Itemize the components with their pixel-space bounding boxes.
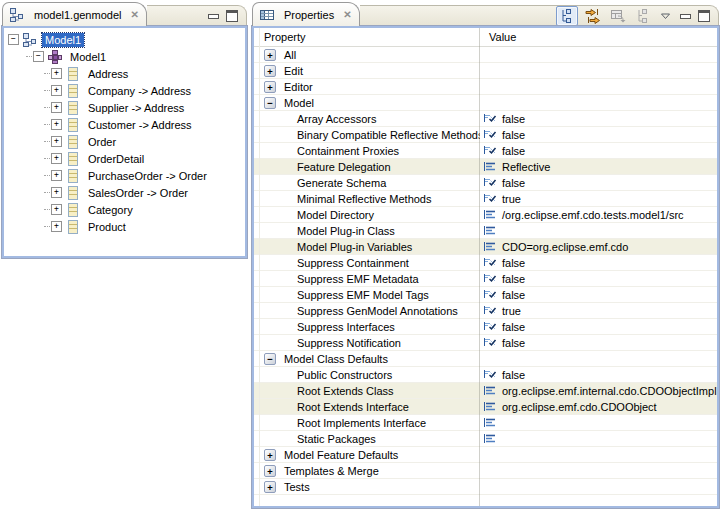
table-row[interactable]: Public Constructorsfalse (254, 367, 717, 383)
table-row[interactable]: Suppress EMF Metadatafalse (254, 271, 717, 287)
table-row[interactable]: +All (254, 47, 717, 63)
advanced-properties-icon[interactable] (583, 7, 603, 25)
tree-item-label[interactable]: Customer -> Address (85, 118, 195, 132)
tree-expand-toggle[interactable]: + (51, 170, 62, 181)
tree-item[interactable]: +Customer -> Address (4, 116, 245, 133)
tree-item-label[interactable]: Supplier -> Address (85, 101, 187, 115)
tree-item[interactable]: +Supplier -> Address (4, 99, 245, 116)
property-value-cell[interactable]: false (480, 319, 717, 334)
view-menu-icon[interactable] (660, 12, 671, 20)
property-value-cell[interactable]: false (480, 143, 717, 158)
categories-tree-icon[interactable] (556, 6, 578, 26)
table-row[interactable]: Containment Proxiesfalse (254, 143, 717, 159)
category-expand-toggle[interactable]: + (264, 465, 276, 477)
table-row[interactable]: −Model (254, 95, 717, 111)
property-value-cell[interactable]: Reflective (480, 159, 717, 174)
table-row[interactable]: Model Plug-in Class (254, 223, 717, 239)
minimize-icon[interactable] (678, 10, 692, 22)
tree-item-label[interactable]: Product (85, 220, 129, 234)
category-expand-toggle[interactable]: + (264, 65, 276, 77)
table-row[interactable]: +Templates & Merge (254, 463, 717, 479)
property-value-cell[interactable] (480, 79, 717, 94)
category-expand-toggle[interactable]: − (264, 97, 276, 109)
category-expand-toggle[interactable]: + (264, 49, 276, 61)
table-row[interactable]: Root Extends Classorg.eclipse.emf.intern… (254, 383, 717, 399)
tree-item-label[interactable]: Company -> Address (85, 84, 194, 98)
property-value-cell[interactable]: false (480, 287, 717, 302)
tree-expand-toggle[interactable]: + (51, 187, 62, 198)
property-value-cell[interactable] (480, 63, 717, 78)
table-row[interactable]: Static Packages (254, 431, 717, 447)
tree-item-label[interactable]: Address (85, 67, 131, 81)
property-value-cell[interactable]: false (480, 367, 717, 382)
category-expand-toggle[interactable]: − (264, 353, 276, 365)
property-value-cell[interactable]: org.eclipse.emf.internal.cdo.CDOObjectIm… (480, 383, 717, 398)
property-value-cell[interactable] (480, 223, 717, 238)
tree-expand-toggle[interactable]: + (51, 119, 62, 130)
table-row[interactable]: Suppress GenModel Annotationstrue (254, 303, 717, 319)
tree-item-label[interactable]: Category (85, 203, 136, 217)
category-expand-toggle[interactable]: + (264, 81, 276, 93)
maximize-icon[interactable] (225, 10, 239, 22)
table-row[interactable]: Array Accessorsfalse (254, 111, 717, 127)
table-row[interactable]: +Editor (254, 79, 717, 95)
tree-expand-toggle[interactable]: + (51, 221, 62, 232)
tree-item[interactable]: +Address (4, 65, 245, 82)
property-value-cell[interactable]: true (480, 191, 717, 206)
tree-expand-toggle[interactable]: + (51, 102, 62, 113)
tree-item[interactable]: +PurchaseOrder -> Order (4, 167, 245, 184)
property-value-cell[interactable] (480, 95, 717, 110)
table-row[interactable]: +Tests (254, 479, 717, 495)
tree-item[interactable]: +Category (4, 201, 245, 218)
maximize-icon[interactable] (697, 10, 711, 22)
table-row[interactable]: +Model Feature Defaults (254, 447, 717, 463)
table-row[interactable]: Root Implements Interface (254, 415, 717, 431)
category-expand-toggle[interactable]: + (264, 449, 276, 461)
tree-item[interactable]: +Order (4, 133, 245, 150)
table-row[interactable]: Model Plug-in VariablesCDO=org.eclipse.e… (254, 239, 717, 255)
tree-item[interactable]: +Company -> Address (4, 82, 245, 99)
editor-tab-model1-genmodel[interactable]: model1.genmodel ✕ (2, 2, 147, 26)
property-value-cell[interactable] (480, 351, 717, 366)
table-row[interactable]: Suppress Containmentfalse (254, 255, 717, 271)
property-value-cell[interactable] (480, 447, 717, 462)
property-value-cell[interactable] (480, 431, 717, 446)
property-value-cell[interactable]: false (480, 335, 717, 350)
property-value-cell[interactable] (480, 479, 717, 494)
tree-item[interactable]: +SalesOrder -> Order (4, 184, 245, 201)
minimize-icon[interactable] (206, 10, 220, 22)
tree-item[interactable]: −Model1 (4, 48, 245, 65)
tree-item[interactable]: −Model1 (4, 31, 245, 48)
table-row[interactable]: Generate Schemafalse (254, 175, 717, 191)
tree-expand-toggle[interactable]: + (51, 136, 62, 147)
tree-expand-toggle[interactable]: + (51, 85, 62, 96)
properties-tab[interactable]: Properties ✕ (252, 2, 360, 26)
property-value-cell[interactable] (480, 463, 717, 478)
column-header-property[interactable]: Property (254, 31, 480, 43)
tree-item-label[interactable]: PurchaseOrder -> Order (85, 169, 210, 183)
property-value-cell[interactable]: true (480, 303, 717, 318)
property-value-cell[interactable]: org.eclipse.emf.cdo.CDOObject (480, 399, 717, 414)
close-icon[interactable]: ✕ (343, 9, 351, 20)
property-value-cell[interactable]: /org.eclipse.emf.cdo.tests.model1/src (480, 207, 717, 222)
property-value-cell[interactable]: false (480, 127, 717, 142)
table-row[interactable]: Minimal Reflective Methodstrue (254, 191, 717, 207)
tree-expand-toggle[interactable]: + (51, 204, 62, 215)
tree-item-label[interactable]: Model1 (67, 50, 109, 64)
tree-expand-toggle[interactable]: − (33, 51, 44, 62)
property-value-cell[interactable]: false (480, 175, 717, 190)
property-value-cell[interactable] (480, 47, 717, 62)
close-icon[interactable]: ✕ (130, 9, 138, 20)
property-value-cell[interactable] (480, 415, 717, 430)
tree-expand-toggle[interactable]: + (51, 68, 62, 79)
table-row[interactable]: −Model Class Defaults (254, 351, 717, 367)
property-value-cell[interactable]: false (480, 111, 717, 126)
property-value-cell[interactable]: false (480, 255, 717, 270)
tree-item-label[interactable]: Order (85, 135, 119, 149)
tree-expand-toggle[interactable]: + (51, 153, 62, 164)
table-row[interactable]: Root Extends Interfaceorg.eclipse.emf.cd… (254, 399, 717, 415)
tree-item-label[interactable]: SalesOrder -> Order (85, 186, 191, 200)
tree-item[interactable]: +Product (4, 218, 245, 235)
category-expand-toggle[interactable]: + (264, 481, 276, 493)
property-value-cell[interactable]: false (480, 271, 717, 286)
